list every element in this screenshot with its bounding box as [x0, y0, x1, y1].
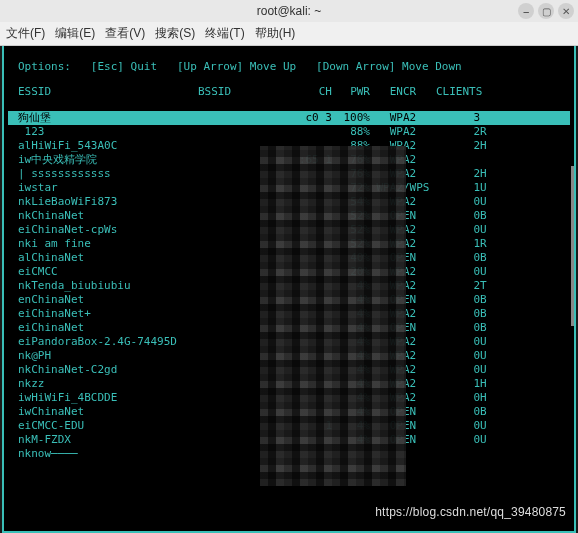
menu-terminal[interactable]: 终端(T) [205, 25, 244, 42]
table-row[interactable]: 12388%WPA22R [8, 125, 570, 139]
cell-pwr: 100% [332, 111, 370, 125]
cell-ext: H [480, 167, 494, 181]
col-bssid: BSSID [198, 85, 298, 99]
cell-essid: alChinaNet [18, 251, 198, 265]
scrollbar[interactable] [571, 166, 574, 326]
cell-essid: eiCMCC-EDU [18, 419, 198, 433]
maximize-icon[interactable]: ▢ [538, 3, 554, 19]
cell-bssid [198, 111, 298, 125]
cell-clients: 0 [436, 335, 480, 349]
table-row[interactable]: 狗仙堡c0 3100%WPA23 [8, 111, 570, 125]
cell-essid: nkChinaNet-C2gd [18, 363, 198, 377]
col-pwr: PWR [332, 85, 370, 99]
cell-essid: alHiWiFi_543A0C [18, 139, 198, 153]
cell-clients: 0 [436, 433, 480, 447]
minimize-icon[interactable]: ‒ [518, 3, 534, 19]
cell-ext: U [480, 195, 494, 209]
cell-clients: 1 [436, 181, 480, 195]
cell-encr: WPA2 [370, 125, 436, 139]
cell-ext [480, 111, 494, 125]
menu-file[interactable]: 文件(F) [6, 25, 45, 42]
cell-essid: iwstar [18, 181, 198, 195]
cell-pwr: 88% [332, 125, 370, 139]
cell-clients: 0 [436, 251, 480, 265]
cell-clients: 0 [436, 209, 480, 223]
cell-essid: eiChinaNet-cpWs [18, 223, 198, 237]
cell-clients: 2 [436, 167, 480, 181]
cell-ext: B [480, 307, 494, 321]
col-clients: CLIENTS [436, 85, 480, 99]
cell-essid: iwChinaNet [18, 405, 198, 419]
cell-ch [298, 125, 332, 139]
cell-ext: U [480, 335, 494, 349]
cell-essid: nknow──── [18, 447, 198, 461]
cell-ext [480, 447, 494, 461]
cell-clients: 1 [436, 377, 480, 391]
cell-clients: 0 [436, 419, 480, 433]
cell-ext: B [480, 251, 494, 265]
cell-clients [436, 153, 480, 167]
cell-essid: eiChinaNet [18, 321, 198, 335]
cell-ext: B [480, 209, 494, 223]
cell-ext: U [480, 433, 494, 447]
cell-ext: R [480, 125, 494, 139]
cell-essid: | ssssssssssss [18, 167, 198, 181]
cell-essid: eiChinaNet+ [18, 307, 198, 321]
menu-view[interactable]: 查看(V) [105, 25, 145, 42]
cell-ext: U [480, 419, 494, 433]
cell-ext: H [480, 391, 494, 405]
window-controls: ‒ ▢ ✕ [518, 3, 574, 19]
cell-essid: eiCMCC [18, 265, 198, 279]
cell-clients [436, 447, 480, 461]
cell-essid: enChinaNet [18, 293, 198, 307]
cell-ext: B [480, 321, 494, 335]
cell-essid: eiPandoraBox-2.4G-74495D [18, 335, 198, 349]
cell-clients: 3 [436, 111, 480, 125]
cell-clients: 2 [436, 139, 480, 153]
redacted-bssid-area [260, 146, 406, 486]
cell-essid: nkLieBaoWiFi873 [18, 195, 198, 209]
cell-ext: B [480, 293, 494, 307]
cell-encr: WPA2 [370, 111, 436, 125]
cell-essid: 狗仙堡 [18, 111, 198, 125]
col-encr: ENCR [370, 85, 436, 99]
menu-search[interactable]: 搜索(S) [155, 25, 195, 42]
cell-ext: B [480, 405, 494, 419]
cell-clients: 0 [436, 293, 480, 307]
cell-essid: nkM-FZDX [18, 433, 198, 447]
cell-essid: nki am fine [18, 237, 198, 251]
window-title: root@kali: ~ [257, 4, 322, 18]
col-ext [480, 85, 494, 99]
cell-ext: U [480, 363, 494, 377]
menu-help[interactable]: 帮助(H) [255, 25, 296, 42]
terminal-area[interactable]: Options: [Esc] Quit [Up Arrow] Move Up [… [2, 46, 576, 533]
cell-ext: R [480, 237, 494, 251]
table-header: ESSID BSSID CH PWR ENCR CLIENTS [8, 85, 570, 105]
cell-clients: 0 [436, 349, 480, 363]
cell-ext: U [480, 223, 494, 237]
cell-clients: 2 [436, 279, 480, 293]
cell-ext: T [480, 279, 494, 293]
cell-ext: H [480, 377, 494, 391]
cell-ext: H [480, 139, 494, 153]
cell-essid: nkChinaNet [18, 209, 198, 223]
cell-essid: iw中央戏精学院 [18, 153, 198, 167]
cell-clients: 0 [436, 223, 480, 237]
cell-ext [480, 153, 494, 167]
titlebar: root@kali: ~ ‒ ▢ ✕ [0, 0, 578, 22]
cell-essid: nkTenda_biubiubiu [18, 279, 198, 293]
col-essid: ESSID [18, 85, 198, 99]
cell-essid: iwHiWiFi_4BCDDE [18, 391, 198, 405]
cell-essid: 123 [18, 125, 198, 139]
frame-line [14, 124, 564, 125]
cell-clients: 0 [436, 265, 480, 279]
cell-essid: nk@PH [18, 349, 198, 363]
menu-edit[interactable]: 编辑(E) [55, 25, 95, 42]
close-icon[interactable]: ✕ [558, 3, 574, 19]
watermark: https://blog.csdn.net/qq_39480875 [375, 505, 566, 519]
cell-bssid [198, 125, 298, 139]
cell-clients: 2 [436, 125, 480, 139]
cell-clients: 0 [436, 363, 480, 377]
menubar: 文件(F) 编辑(E) 查看(V) 搜索(S) 终端(T) 帮助(H) [0, 22, 578, 46]
cell-clients: 0 [436, 391, 480, 405]
